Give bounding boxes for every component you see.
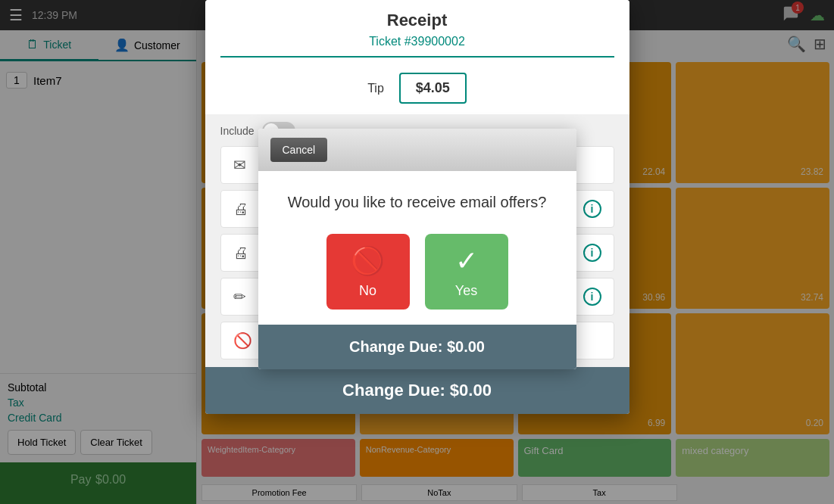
- receipt-modal: Receipt Ticket #39900002 Tip $4.05 Inclu…: [205, 0, 629, 414]
- info-icon-2[interactable]: i: [583, 244, 601, 262]
- check-icon: ✓: [455, 245, 478, 277]
- receipt-tip-row: Tip $4.05: [220, 65, 614, 114]
- receipt-ticket-number: Ticket #39900002: [220, 35, 614, 58]
- receipt-title: Receipt: [220, 11, 614, 30]
- cancel-button[interactable]: Cancel: [270, 138, 328, 162]
- email-offers-dialog: Cancel Would you like to receive email o…: [258, 129, 576, 369]
- yes-email-button[interactable]: ✓ Yes: [425, 234, 508, 310]
- change-due-label: Change Due: $0.00: [342, 381, 492, 400]
- edit-icon: ✏: [233, 288, 246, 306]
- email-dialog-footer: Change Due: $0.00: [258, 325, 576, 369]
- receipt-footer: Change Due: $0.00: [205, 367, 629, 414]
- no-label: No: [359, 283, 376, 299]
- email-dialog-header: Cancel: [258, 129, 576, 171]
- tip-label: Tip: [367, 82, 384, 95]
- include-label: Include: [220, 125, 255, 137]
- receipt-header: Receipt Ticket #39900002 Tip $4.05: [205, 0, 629, 114]
- printer-icon-1: 🖨: [233, 201, 248, 218]
- printer-icon-2: 🖨: [233, 244, 248, 262]
- email-question-text: Would you like to receive email offers?: [273, 194, 561, 211]
- email-response-buttons: 🚫 No ✓ Yes: [273, 234, 561, 310]
- yes-label: Yes: [455, 283, 477, 299]
- email-change-due-label: Change Due: $0.00: [349, 338, 485, 355]
- no-icon: 🚫: [351, 245, 385, 277]
- no-email-button[interactable]: 🚫 No: [326, 234, 410, 310]
- email-icon: ✉: [233, 156, 246, 174]
- tip-value[interactable]: $4.05: [399, 73, 467, 104]
- no-receipt-icon: 🚫: [233, 331, 252, 350]
- modal-overlay: Receipt Ticket #39900002 Tip $4.05 Inclu…: [0, 0, 834, 504]
- info-icon-3[interactable]: i: [583, 288, 601, 306]
- email-dialog-body: Would you like to receive email offers? …: [258, 171, 576, 325]
- info-icon-1[interactable]: i: [583, 200, 601, 218]
